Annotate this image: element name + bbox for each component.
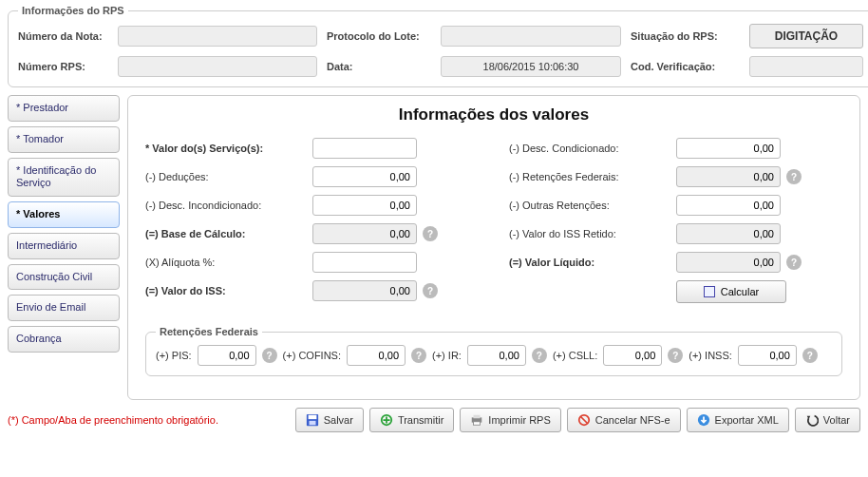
imprimir-label: Imprimir RPS (488, 414, 550, 426)
numero-rps-field (118, 56, 317, 77)
situacao-rps-field: DIGITAÇÃO (749, 24, 863, 48)
label-data: Data: (327, 61, 431, 72)
field-label: (-) Retenções Federais: (509, 171, 670, 182)
value-input (676, 252, 781, 273)
svg-rect-6 (474, 422, 481, 426)
tab-email[interactable]: Envio de Email (8, 295, 120, 321)
rps-legend: Informações do RPS (18, 5, 128, 16)
values-panel: Informações dos valores * Valor do(s) Se… (127, 95, 860, 400)
panel-title: Informações dos valores (145, 105, 842, 124)
print-icon (470, 413, 483, 427)
ret-label: (+) COFINS: (283, 350, 341, 361)
tab-valores[interactable]: * Valores (8, 201, 120, 228)
ret-label: (+) PIS: (156, 350, 192, 361)
value-input[interactable] (312, 166, 417, 187)
help-icon[interactable]: ? (423, 283, 438, 298)
field-label: (=) Valor do ISS: (145, 285, 307, 296)
ret-input[interactable] (467, 345, 526, 366)
protocolo-lote-field (441, 26, 621, 47)
field-label: (-) Deduções: (145, 171, 307, 182)
help-icon[interactable]: ? (411, 348, 426, 363)
download-icon (697, 413, 710, 427)
transmitir-button[interactable]: Transmitir (369, 408, 454, 432)
ret-label: (+) IR: (432, 350, 462, 361)
label-numero-rps: Número RPS: (18, 61, 108, 72)
back-icon (805, 413, 819, 427)
field-label: (-) Valor do ISS Retido: (509, 228, 670, 239)
calculator-icon (704, 286, 715, 297)
cancelar-nfse-button[interactable]: Cancelar NFS-e (567, 408, 681, 432)
value-input (312, 280, 417, 301)
salvar-label: Salvar (324, 414, 353, 426)
retencoes-legend: Retenções Federais (156, 326, 262, 337)
ret-label: (+) INSS: (689, 350, 732, 361)
help-icon[interactable]: ? (802, 348, 818, 363)
voltar-button[interactable]: Voltar (795, 408, 860, 432)
imprimir-rps-button[interactable]: Imprimir RPS (460, 408, 560, 432)
transmitir-label: Transmitir (398, 414, 443, 426)
field-label: (=) Base de Cálculo: (145, 228, 307, 239)
field-label: (-) Outras Retenções: (509, 200, 670, 211)
label-cod-verificacao: Cod. Verificação: (631, 61, 740, 72)
value-input[interactable] (312, 138, 417, 159)
tab-intermediario[interactable]: Intermediário (8, 233, 120, 259)
save-icon (306, 413, 319, 427)
value-input (676, 166, 781, 187)
help-icon[interactable]: ? (786, 169, 802, 184)
field-label: (-) Desc. Condicionado: (509, 143, 670, 154)
voltar-label: Voltar (823, 414, 850, 426)
value-input[interactable] (312, 195, 417, 216)
ret-label: (+) CSLL: (553, 350, 597, 361)
cancelar-label: Cancelar NFS-e (595, 414, 670, 426)
value-input[interactable] (676, 195, 781, 216)
ret-input[interactable] (347, 345, 406, 366)
ret-input[interactable] (738, 345, 797, 366)
help-icon[interactable]: ? (786, 255, 802, 270)
value-input[interactable] (676, 138, 781, 159)
field-label: (=) Valor Líquido: (509, 257, 670, 268)
salvar-button[interactable]: Salvar (295, 408, 364, 432)
exportar-label: Exportar XML (715, 414, 779, 426)
numero-nota-field (118, 26, 317, 47)
cancel-icon (577, 413, 591, 427)
field-label: * Valor do(s) Serviço(s): (145, 143, 307, 154)
tab-civil[interactable]: Construção Civil (8, 264, 120, 291)
rps-info-group: Informações do RPS Número da Nota: Proto… (8, 5, 868, 87)
svg-rect-1 (308, 415, 316, 419)
help-icon[interactable]: ? (423, 226, 438, 241)
required-note: (*) Campo/Aba de preenchimento obrigatór… (8, 414, 290, 426)
cod-verificacao-field (749, 56, 863, 77)
field-label: (X) Alíquota %: (145, 257, 307, 268)
calcular-button[interactable]: Calcular (676, 280, 786, 303)
value-input (676, 223, 781, 244)
retencoes-federais-group: Retenções Federais (+) PIS:?(+) COFINS:?… (145, 326, 842, 376)
help-icon[interactable]: ? (668, 348, 683, 363)
svg-rect-2 (309, 421, 315, 425)
data-field: 18/06/2015 10:06:30 (441, 56, 621, 77)
label-numero-nota: Número da Nota: (18, 30, 108, 42)
tab-tomador[interactable]: * Tomador (8, 126, 120, 153)
svg-line-8 (580, 417, 587, 424)
tab-cobranca[interactable]: Cobrança (8, 326, 120, 353)
calcular-label: Calcular (721, 286, 759, 297)
tab-id-servico[interactable]: * Identificação do Serviço (8, 158, 120, 198)
tab-list: * Prestador* Tomador* Identificação do S… (8, 95, 120, 357)
field-label: (-) Desc. Incondicionado: (145, 200, 307, 211)
tab-prestador[interactable]: * Prestador (8, 95, 120, 122)
exportar-xml-button[interactable]: Exportar XML (687, 408, 789, 432)
help-icon[interactable]: ? (262, 348, 277, 363)
label-situacao-rps: Situação do RPS: (631, 30, 740, 42)
transmit-icon (380, 413, 393, 427)
value-input (312, 223, 417, 244)
ret-input[interactable] (198, 345, 256, 366)
value-input[interactable] (312, 252, 417, 273)
ret-input[interactable] (603, 345, 662, 366)
svg-rect-5 (474, 415, 481, 419)
help-icon[interactable]: ? (532, 348, 547, 363)
label-protocolo-lote: Protocolo do Lote: (327, 30, 431, 42)
